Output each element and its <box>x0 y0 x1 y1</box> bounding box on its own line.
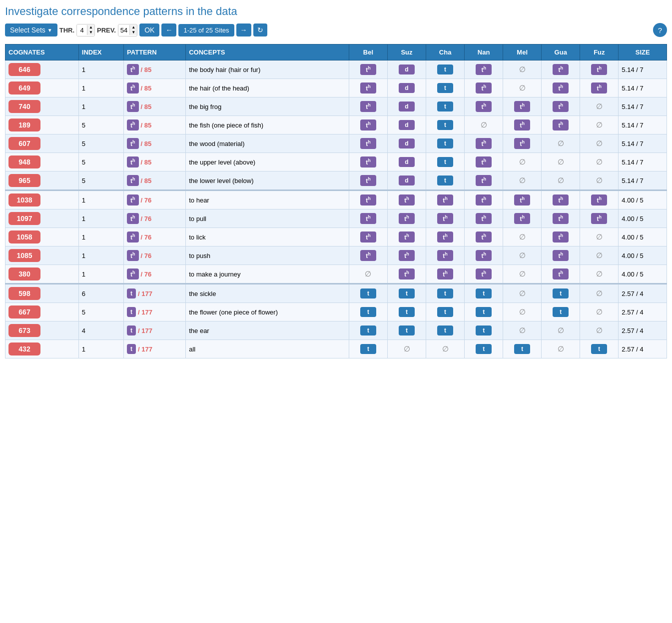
pattern-cell: th / 85 <box>124 172 186 190</box>
table-row: 965 5 th / 85 the lower level (below) th… <box>5 172 667 190</box>
lang-cell: ∅ <box>580 98 619 116</box>
size-cell: 5.14 / 7 <box>619 134 667 153</box>
lang-cell: th <box>349 134 387 153</box>
ok-button[interactable]: OK <box>139 24 159 36</box>
col-cognates: COGNATES <box>5 44 79 60</box>
table-row: 667 5 t / 177 the flower (one piece of f… <box>5 303 667 322</box>
help-button[interactable]: ? <box>653 23 667 37</box>
size-cell: 4.00 / 5 <box>619 265 667 284</box>
lang-cell: th <box>503 116 542 134</box>
lang-cell: ∅ <box>503 246 542 265</box>
col-cha: Cha <box>426 44 465 60</box>
lang-cell: th <box>542 246 580 265</box>
concept-cell: the wood (material) <box>186 134 349 153</box>
prev-spinner[interactable]: 54 ▲ ▼ <box>118 24 137 36</box>
size-cell: 4.00 / 5 <box>619 228 667 246</box>
lang-cell: th <box>349 153 387 172</box>
lang-cell: th <box>503 98 542 116</box>
index-cell: 1 <box>78 210 123 228</box>
cognate-cell: 380 <box>5 265 79 284</box>
concept-cell: all <box>186 340 349 358</box>
arrow-left-button[interactable]: ← <box>161 24 176 36</box>
lang-cell: ∅ <box>542 322 580 340</box>
lang-cell: th <box>349 79 387 98</box>
index-cell: 5 <box>78 153 123 172</box>
lang-cell: t <box>426 98 465 116</box>
lang-cell: th <box>465 228 503 246</box>
prev-down[interactable]: ▼ <box>130 30 137 35</box>
lang-cell: ∅ <box>542 340 580 358</box>
cognate-cell: 646 <box>5 60 79 79</box>
table-row: 740 1 th / 85 the big frog thdtththth∅ 5… <box>5 98 667 116</box>
pattern-cell: th / 85 <box>124 116 186 134</box>
lang-cell: th <box>465 210 503 228</box>
pattern-cell: th / 76 <box>124 265 186 284</box>
table-row: 646 1 th / 85 the body hair (hair or fur… <box>5 60 667 79</box>
index-cell: 6 <box>78 284 123 303</box>
table-row: 673 4 t / 177 the ear tttt∅∅∅ 2.57 / 4 <box>5 322 667 340</box>
lang-cell: ∅ <box>503 303 542 322</box>
thr-up[interactable]: ▲ <box>87 25 94 30</box>
col-bel: Bel <box>349 44 387 60</box>
select-sets-button[interactable]: Select Sets <box>5 24 57 36</box>
lang-cell: t <box>465 284 503 303</box>
lang-cell: t <box>503 340 542 358</box>
prev-up[interactable]: ▲ <box>130 25 137 30</box>
size-cell: 5.14 / 7 <box>619 153 667 172</box>
lang-cell: ∅ <box>580 153 619 172</box>
pattern-cell: t / 177 <box>124 340 186 358</box>
lang-cell: t <box>349 284 387 303</box>
size-cell: 2.57 / 4 <box>619 303 667 322</box>
arrow-right-button[interactable]: → <box>236 24 251 36</box>
index-cell: 1 <box>78 60 123 79</box>
concept-cell: to pull <box>186 210 349 228</box>
pattern-cell: t / 177 <box>124 303 186 322</box>
lang-cell: th <box>349 210 387 228</box>
lang-cell: t <box>426 322 465 340</box>
index-cell: 1 <box>78 265 123 284</box>
lang-cell: d <box>387 153 426 172</box>
index-cell: 1 <box>78 228 123 246</box>
lang-cell: th <box>465 265 503 284</box>
index-cell: 5 <box>78 116 123 134</box>
prev-value: 54 <box>118 24 129 36</box>
lang-cell: t <box>426 134 465 153</box>
lang-cell: th <box>542 190 580 210</box>
thr-down[interactable]: ▼ <box>87 30 94 35</box>
lang-cell: th <box>349 98 387 116</box>
lang-cell: th <box>542 210 580 228</box>
lang-cell: th <box>465 79 503 98</box>
lang-cell: th <box>465 134 503 153</box>
lang-cell: ∅ <box>503 322 542 340</box>
cognate-cell: 740 <box>5 98 79 116</box>
index-cell: 1 <box>78 98 123 116</box>
table-row: 189 5 th / 85 the fish (one piece of fis… <box>5 116 667 134</box>
concept-cell: to make a journey <box>186 265 349 284</box>
refresh-button[interactable]: ↻ <box>253 24 267 36</box>
lang-cell: ∅ <box>503 228 542 246</box>
lang-cell: ∅ <box>426 340 465 358</box>
lang-cell: d <box>387 172 426 190</box>
lang-cell: th <box>503 210 542 228</box>
lang-cell: th <box>503 134 542 153</box>
lang-cell: t <box>349 322 387 340</box>
lang-cell: ∅ <box>542 134 580 153</box>
cognate-cell: 598 <box>5 284 79 303</box>
lang-cell: th <box>542 265 580 284</box>
page-title: Investigate correspondence patterns in t… <box>5 5 667 18</box>
lang-cell: t <box>465 303 503 322</box>
thr-spinner[interactable]: 4 ▲ ▼ <box>76 24 95 36</box>
lang-cell: ∅ <box>580 228 619 246</box>
size-cell: 5.14 / 7 <box>619 116 667 134</box>
lang-cell: ∅ <box>580 303 619 322</box>
index-cell: 4 <box>78 322 123 340</box>
concept-cell: the upper level (above) <box>186 153 349 172</box>
lang-cell: d <box>387 116 426 134</box>
lang-cell: th <box>387 190 426 210</box>
index-cell: 1 <box>78 79 123 98</box>
cognate-cell: 607 <box>5 134 79 153</box>
lang-cell: ∅ <box>503 153 542 172</box>
lang-cell: t <box>426 116 465 134</box>
lang-cell: th <box>349 190 387 210</box>
lang-cell: ∅ <box>580 134 619 153</box>
